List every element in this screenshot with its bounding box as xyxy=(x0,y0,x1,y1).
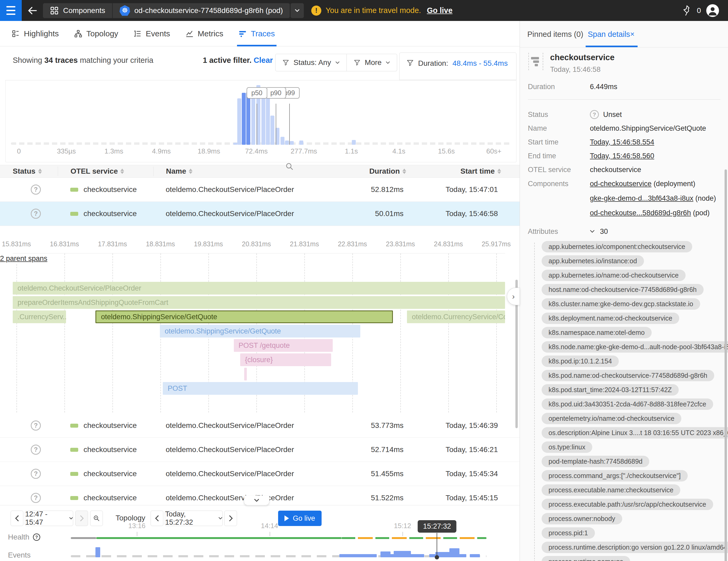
attribute-chip[interactable]: os.description:Alpine Linux 3....t 18 03… xyxy=(542,427,728,439)
attribute-chip[interactable]: process.runtime.description:go version g… xyxy=(542,542,728,553)
funnel-icon xyxy=(406,59,414,67)
attribute-chip[interactable]: app.kubernetes.io/name:od-checkoutservic… xyxy=(542,270,686,281)
traces-main: Showing 34 traces matching your criteria… xyxy=(0,46,520,561)
tab-metrics[interactable]: Metrics xyxy=(186,21,223,46)
span-bar[interactable]: POST /getquote xyxy=(234,339,333,352)
attribute-chip[interactable]: process.executable.name:checkoutservice xyxy=(542,484,680,496)
attribute-chip[interactable]: process.pid:1 xyxy=(542,527,595,539)
trace-row[interactable]: ? checkoutservice oteldemo.CheckoutServi… xyxy=(0,178,520,202)
column-header-otel-service[interactable]: OTEL service xyxy=(58,166,153,176)
field-start-time: Start time Today, 15:46:58.554 xyxy=(528,135,720,149)
column-header-duration[interactable]: Duration xyxy=(319,167,406,176)
span-bar[interactable]: POST xyxy=(163,382,358,395)
tab-pinned-items[interactable]: Pinned items (0) xyxy=(527,30,583,39)
event-bar[interactable] xyxy=(367,554,377,557)
span-bar[interactable]: .CurrencyServ... xyxy=(13,310,66,323)
attribute-chip[interactable]: os.type:linux xyxy=(542,441,592,453)
attribute-chip[interactable]: host.name:od-checkoutservice-77458d689d-… xyxy=(542,284,704,295)
start-time-link[interactable]: Today, 15:46:58.554 xyxy=(590,138,654,146)
attribute-chip[interactable]: process.command_args:["./checkoutservice… xyxy=(542,470,688,481)
parent-spans-link[interactable]: 2 parent spans xyxy=(0,253,50,264)
entity-selector[interactable]: ☸ od-checkoutservice-77458d689d-g8r6h (p… xyxy=(112,3,290,18)
event-bar[interactable] xyxy=(470,554,480,557)
span-bar[interactable]: oteldemo.CurrencyService/Co xyxy=(407,310,505,323)
attribute-chip[interactable]: pod-template-hash:77458d689d xyxy=(542,456,649,467)
field-end-time: End time Today, 15:46:58.560 xyxy=(528,149,720,163)
chevron-down-icon[interactable] xyxy=(590,230,595,233)
app-window: Components ☸ od-checkoutservice-77458d68… xyxy=(0,0,728,561)
span-bar[interactable] xyxy=(244,368,247,380)
attribute-chip[interactable]: k8s.deployment.name:od-checkoutservice xyxy=(542,313,679,324)
attribute-chip[interactable]: k8s.namespace.name:otel-demo xyxy=(542,327,652,338)
timeline-scrubber[interactable]: 13:1614:1415:12 15:27:32 xyxy=(71,505,486,561)
attribute-chip[interactable]: process.owner:nobody xyxy=(542,513,622,524)
help-icon[interactable]: ? xyxy=(33,533,41,541)
event-bar[interactable] xyxy=(414,554,424,557)
more-filters-button[interactable]: More xyxy=(347,54,397,71)
close-icon[interactable]: × xyxy=(630,30,634,38)
trace-row-selected[interactable]: ? checkoutservice oteldemo.CheckoutServi… xyxy=(0,202,520,226)
column-header-status[interactable]: Status xyxy=(0,167,58,176)
attribute-chip[interactable]: k8s.pod.uid:3a430351-2cda-4d67-8d88-318f… xyxy=(542,398,713,410)
attribute-chip[interactable]: process.executable.path:/usr/src/app/che… xyxy=(542,499,713,510)
component-link[interactable]: od-checkoutse...58d689d-g8r6h xyxy=(590,209,691,217)
field-duration: Duration 6.449ms xyxy=(528,80,720,94)
tab-traces[interactable]: Traces xyxy=(239,21,275,46)
span-bar[interactable]: {closure} xyxy=(240,353,331,366)
filter-buttons: Status: Any More xyxy=(275,54,397,71)
span-bar[interactable]: prepareOrderItemsAndShippingQuoteFromCar… xyxy=(13,296,505,309)
person-icon xyxy=(707,5,718,16)
attribute-chip[interactable]: k8s.pod.start_time:2024-03-12T11:57:42Z xyxy=(542,384,679,396)
tab-topology[interactable]: Topology xyxy=(74,21,118,46)
event-bar[interactable] xyxy=(95,547,100,557)
histogram-axis-label: 1.1s xyxy=(345,147,358,155)
collapse-waterfall-button[interactable] xyxy=(244,496,269,505)
duration-filter[interactable]: Duration: 48.4ms - 55.4ms xyxy=(399,52,516,80)
duration-histogram[interactable]: p50p90p99 0335µs1.3ms4.9ms18.9ms72.4ms27… xyxy=(5,80,516,162)
attribute-chip[interactable]: app.kubernetes.io/instance:od xyxy=(542,255,644,267)
pin-icon[interactable] xyxy=(682,5,691,16)
span-bar[interactable]: oteldemo.CheckoutService/PlaceOrder xyxy=(13,282,505,295)
attributes-count: 30 xyxy=(600,227,608,236)
end-time-link[interactable]: Today, 15:46:58.560 xyxy=(590,152,654,160)
panel-scrollbar-thumb[interactable] xyxy=(725,169,727,561)
attribute-chip[interactable]: k8s.pod.ip:10.1.2.154 xyxy=(542,356,619,367)
span-bar[interactable]: oteldemo.ShippingService/GetQuote xyxy=(160,325,360,338)
menu-icon[interactable] xyxy=(0,0,22,21)
column-header-start-time[interactable]: Start time xyxy=(406,167,520,176)
span-bar-label: prepareOrderItemsAndShippingQuoteFromCar… xyxy=(13,299,168,307)
attribute-chip[interactable]: k8s.pod.name:od-checkoutservice-77458d68… xyxy=(542,370,714,381)
attribute-chip[interactable]: k8s.node.name:gke-gke-demo-d...ault-node… xyxy=(542,341,728,353)
highlights-icon xyxy=(12,30,20,38)
column-header-name[interactable]: Name xyxy=(153,166,319,176)
tab-events[interactable]: Events xyxy=(134,21,170,46)
search-icon[interactable] xyxy=(285,162,294,171)
components-breadcrumb[interactable]: Components xyxy=(43,3,112,18)
attribute-chip[interactable]: k8s.cluster.name:gke-demo-dev.gcp.stacks… xyxy=(542,298,700,310)
span-bar[interactable]: oteldemo.ShippingService/GetQuote xyxy=(95,310,393,323)
component-link[interactable]: gke-gke-demo-d...3bf643a8-i8ux xyxy=(590,194,693,202)
trace-row[interactable]: ? checkoutservice oteldemo.CheckoutServi… xyxy=(0,414,520,438)
tab-label: Topology xyxy=(86,29,118,38)
trace-row[interactable]: ? checkoutservice oteldemo.CheckoutServi… xyxy=(0,438,520,462)
pin-count: 0 xyxy=(697,6,701,15)
tab-highlights[interactable]: Highlights xyxy=(12,21,59,46)
component-link[interactable]: od-checkoutservice xyxy=(590,180,652,188)
attribute-chip[interactable]: process.runtime.name:go xyxy=(542,556,630,561)
user-avatar[interactable] xyxy=(706,4,719,17)
time-range-dropdown[interactable]: 12:47 - 15:47 xyxy=(25,511,73,526)
attribute-chip[interactable]: app.kubernetes.io/component:checkoutserv… xyxy=(542,241,692,252)
trace-row[interactable]: ? checkoutservice oteldemo.CheckoutServi… xyxy=(0,462,520,486)
range-back-button[interactable] xyxy=(11,511,23,526)
event-bar[interactable] xyxy=(456,554,466,557)
clear-filters-link[interactable]: Clear xyxy=(254,56,273,64)
back-button[interactable] xyxy=(22,0,43,21)
tab-span-details[interactable]: Span details xyxy=(588,30,630,39)
field-otel-service: OTEL service checkoutservice xyxy=(528,163,720,177)
status-filter-button[interactable]: Status: Any xyxy=(275,54,347,71)
entity-dropdown-caret[interactable] xyxy=(291,3,304,18)
attribute-chip[interactable]: opentelemetry.io/name:od-checkoutservice xyxy=(542,413,681,424)
details-panel: Pinned items (0) Span details × checkout… xyxy=(520,21,728,561)
span-waterfall: 15.831ms16.831ms17.831ms18.831ms19.831ms… xyxy=(0,228,520,414)
go-live-link[interactable]: Go live xyxy=(427,6,453,15)
